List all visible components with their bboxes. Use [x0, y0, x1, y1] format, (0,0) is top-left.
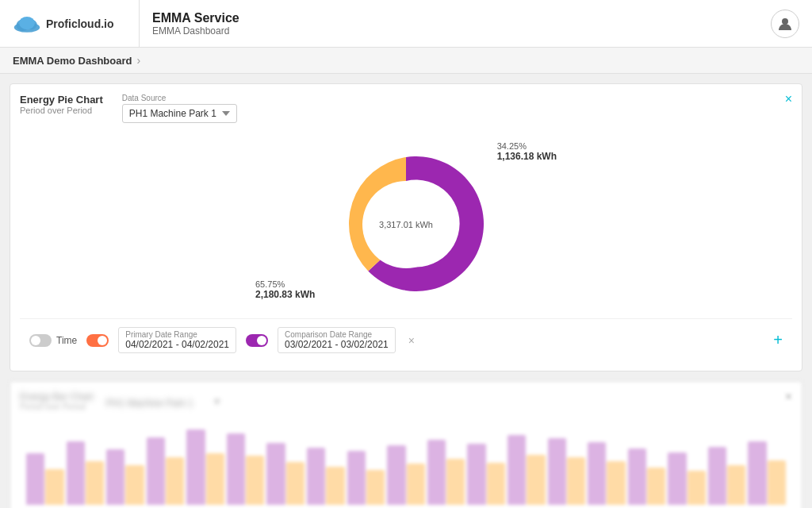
donut-chart: 3,317.01 kWh: [327, 145, 485, 304]
bar-orange: [125, 465, 144, 505]
bar-group: [387, 445, 425, 505]
bar-orange: [768, 460, 786, 505]
service-title: EMMA Service: [152, 11, 771, 25]
bar-purple: [347, 451, 366, 505]
bar-group: [548, 438, 586, 505]
bar-orange: [286, 462, 304, 505]
bar-group: [347, 451, 385, 505]
bar-orange: [607, 461, 625, 505]
bar-orange: [86, 461, 104, 505]
service-info: EMMA Service EMMA Dashboard: [152, 11, 771, 37]
logo-text: Proficloud.io: [46, 17, 114, 30]
data-source-select[interactable]: PH1 Machine Park 1: [122, 104, 237, 123]
add-range-button[interactable]: +: [773, 331, 783, 349]
bar-orange: [567, 457, 585, 505]
bar-purple: [628, 448, 646, 505]
bar-group: [186, 429, 224, 505]
bar-card-subtitle: Period over Period: [20, 402, 94, 411]
bar-orange: [527, 455, 545, 505]
bar-group: [26, 453, 64, 505]
user-icon: [777, 16, 793, 32]
user-avatar[interactable]: [771, 10, 799, 38]
time-toggle[interactable]: [29, 334, 52, 347]
bar-purple: [467, 444, 485, 505]
pie-card-header: Energy Pie Chart Period over Period Data…: [20, 94, 792, 123]
primary-date-value: 04/02/2021 - 04/02/2021: [125, 339, 229, 350]
bar-orange: [166, 457, 184, 505]
breadcrumb-arrow: ›: [136, 54, 140, 67]
breadcrumb-text: EMMA Demo Dashboard: [13, 55, 132, 67]
bar-orange: [366, 470, 385, 505]
bar-purple: [588, 442, 606, 505]
bar-purple: [147, 437, 165, 505]
bar-purple: [668, 452, 686, 505]
bar-group: [668, 452, 706, 505]
bar-purple: [227, 433, 245, 505]
bar-group: [307, 448, 345, 505]
bar-orange: [206, 453, 224, 505]
primary-date-field[interactable]: Primary Date Range 04/02/2021 - 04/02/20…: [118, 327, 236, 353]
bar-group: [427, 440, 465, 505]
bar-purple: [106, 449, 124, 505]
bar-orange: [487, 463, 505, 505]
bar-orange: [727, 465, 745, 505]
bar-purple: [708, 447, 726, 505]
pie-card-title: Energy Pie Chart: [20, 94, 103, 106]
bar-group: [748, 441, 786, 505]
bar-orange: [647, 468, 665, 505]
bar-card: Energy Bar Chart Period over Period PH1 …: [10, 381, 802, 508]
donut-center-text: 3,317.01 kWh: [379, 220, 433, 229]
comparison-date-value: 03/02/2021 - 03/02/2021: [285, 339, 389, 350]
service-subtitle: EMMA Dashboard: [152, 25, 771, 37]
bar-card-header: Energy Bar Chart Period over Period PH1 …: [20, 391, 792, 411]
bar-card-title: Energy Bar Chart: [20, 391, 94, 402]
logo: Proficloud.io: [13, 14, 114, 33]
bar-orange: [326, 467, 344, 505]
bar-group: [147, 437, 185, 505]
bar-group: [266, 443, 304, 505]
svg-point-3: [19, 17, 35, 29]
date-range-footer: Time Primary Date Range 04/02/2021 - 04/…: [20, 318, 792, 361]
cloud-icon: [13, 14, 41, 33]
breadcrumb-bar: EMMA Demo Dashboard ›: [0, 48, 812, 74]
bar-group: [467, 444, 505, 505]
bar-card-source: PH1 Machine Park 1: [106, 398, 193, 409]
bar-group: [508, 435, 546, 505]
bar-group: [628, 448, 666, 505]
pie-card-close[interactable]: ×: [785, 92, 792, 106]
data-source-area: Data Source PH1 Machine Park 1: [122, 94, 237, 123]
time-toggle-group: Time: [29, 334, 77, 347]
bar-purple: [508, 435, 526, 505]
svg-point-4: [782, 18, 788, 25]
pie-card-title-area: Energy Pie Chart Period over Period: [20, 94, 103, 115]
bar-purple: [548, 438, 566, 505]
bar-card-dropdown: ▼: [213, 396, 222, 407]
bars-container: [20, 418, 792, 505]
segment-2-label: 65.75% 2,180.83 kWh: [255, 279, 315, 300]
comparison-toggle[interactable]: [246, 334, 268, 347]
bar-group: [106, 449, 144, 505]
bar-group: [708, 447, 746, 505]
logo-area: Proficloud.io: [13, 0, 140, 47]
top-nav: Proficloud.io EMMA Service EMMA Dashboar…: [0, 0, 812, 48]
pie-card-subtitle: Period over Period: [20, 106, 103, 115]
bar-purple: [748, 441, 766, 505]
bar-purple: [186, 429, 205, 505]
segment-1-label: 34.25% 1,136.18 kWh: [497, 141, 557, 162]
bar-purple: [266, 443, 285, 505]
comparison-close[interactable]: ×: [408, 334, 415, 347]
comparison-date-field[interactable]: Comparison Date Range 03/02/2021 - 03/02…: [278, 327, 396, 353]
bar-orange: [688, 471, 706, 505]
primary-toggle[interactable]: [86, 334, 109, 347]
bar-group: [588, 442, 626, 505]
segment-2-kwh: 2,180.83 kWh: [255, 289, 315, 300]
segment-1-pct: 34.25%: [497, 141, 557, 151]
pie-card: Energy Pie Chart Period over Period Data…: [10, 83, 802, 371]
bar-purple: [307, 448, 325, 505]
bar-orange: [446, 459, 465, 505]
data-source-label: Data Source: [122, 94, 237, 102]
bar-orange: [45, 469, 63, 505]
bar-group: [227, 433, 265, 505]
bar-group: [67, 441, 105, 505]
bar-purple: [427, 440, 446, 505]
